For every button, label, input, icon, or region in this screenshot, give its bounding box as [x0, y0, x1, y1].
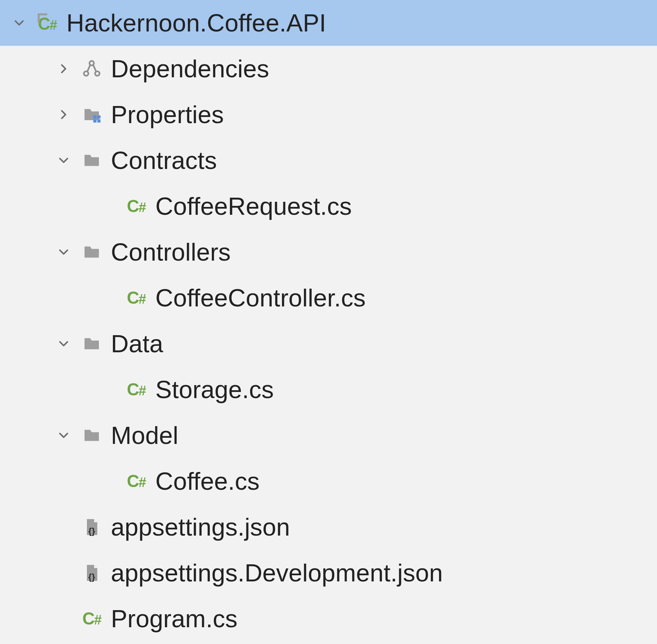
csharp-file-icon: C: [127, 288, 146, 307]
chevron-right-icon[interactable]: [53, 104, 74, 125]
dependencies-label: Dependencies: [111, 55, 269, 83]
project-root-label: Hackernoon.Coffee.API: [66, 9, 326, 37]
svg-text:{}: {}: [88, 526, 95, 536]
tree-row-appsettings[interactable]: {} appsettings.json: [0, 504, 657, 550]
svg-rect-8: [97, 119, 100, 122]
project-tree: C Hackernoon.Coffee.API Dependencies Pro…: [0, 0, 657, 644]
tree-row-appsettings-dev[interactable]: {} appsettings.Development.json: [0, 550, 657, 596]
json-file-icon: {}: [82, 517, 101, 537]
tree-row-controllers[interactable]: Controllers: [0, 229, 657, 275]
model-label: Model: [111, 421, 178, 449]
tree-row-dependencies[interactable]: Dependencies: [0, 46, 657, 92]
storage-label: Storage.cs: [155, 376, 274, 404]
svg-point-2: [95, 71, 100, 76]
tree-row-coffeecontroller[interactable]: C CoffeeController.cs: [0, 275, 657, 321]
tree-row-coffeerequest[interactable]: C CoffeeRequest.cs: [0, 183, 657, 229]
contracts-label: Contracts: [111, 146, 217, 174]
program-label: Program.cs: [111, 605, 237, 633]
folder-icon: [82, 242, 101, 262]
json-file-icon: {}: [82, 563, 101, 582]
appsettings-dev-label: appsettings.Development.json: [111, 559, 443, 587]
tree-row-program[interactable]: C Program.cs: [0, 596, 657, 642]
tree-row-data[interactable]: Data: [0, 321, 657, 367]
svg-line-4: [93, 65, 96, 71]
coffee-label: Coffee.cs: [155, 467, 260, 495]
svg-rect-5: [93, 115, 96, 118]
folder-icon: [82, 151, 101, 170]
coffeecontroller-label: CoffeeController.cs: [155, 284, 366, 312]
tree-row-coffee[interactable]: C Coffee.cs: [0, 458, 657, 504]
csharp-file-icon: C: [127, 380, 146, 399]
dependencies-icon: [82, 59, 101, 78]
properties-label: Properties: [111, 101, 224, 129]
chevron-down-icon[interactable]: [53, 425, 74, 446]
csharp-project-icon: C: [38, 13, 57, 32]
svg-rect-6: [93, 119, 96, 122]
folder-icon: [82, 426, 101, 445]
csharp-file-icon: C: [127, 197, 146, 216]
chevron-down-icon[interactable]: [53, 333, 74, 354]
appsettings-label: appsettings.json: [111, 513, 290, 541]
tree-row-storage[interactable]: C Storage.cs: [0, 367, 657, 412]
controllers-label: Controllers: [111, 238, 231, 266]
svg-line-3: [87, 65, 90, 71]
data-folder-label: Data: [111, 330, 163, 358]
chevron-down-icon[interactable]: [9, 13, 29, 33]
svg-point-1: [84, 71, 88, 76]
properties-folder-icon: [82, 105, 101, 124]
tree-row-project-root[interactable]: C Hackernoon.Coffee.API: [0, 0, 657, 46]
csharp-file-icon: C: [127, 472, 146, 491]
tree-row-model[interactable]: Model: [0, 412, 657, 458]
chevron-down-icon[interactable]: [53, 242, 74, 262]
chevron-down-icon[interactable]: [53, 150, 74, 171]
coffeerequest-label: CoffeeRequest.cs: [155, 192, 352, 220]
svg-rect-7: [97, 115, 100, 118]
tree-row-contracts[interactable]: Contracts: [0, 137, 657, 183]
folder-icon: [82, 334, 101, 353]
tree-row-properties[interactable]: Properties: [0, 92, 657, 137]
chevron-right-icon[interactable]: [53, 58, 74, 79]
svg-text:{}: {}: [88, 572, 95, 582]
csharp-file-icon: C: [82, 609, 101, 628]
